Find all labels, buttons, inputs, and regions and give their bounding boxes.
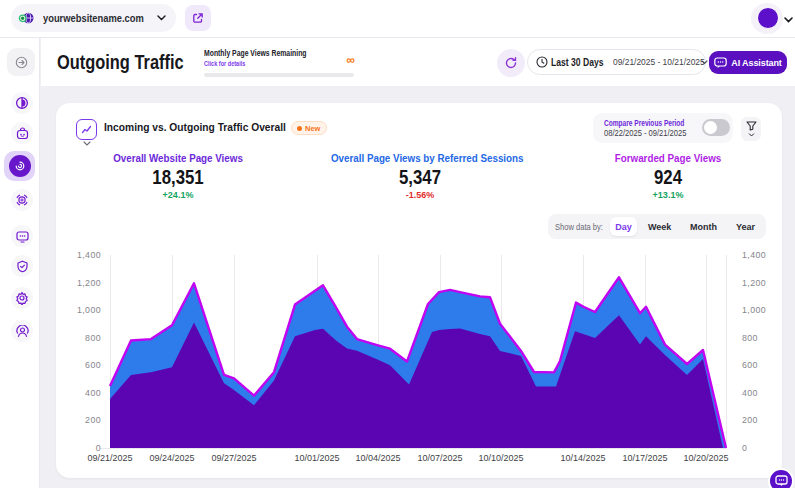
svg-text:1,400: 1,400 (77, 250, 101, 260)
svg-text:200: 200 (85, 415, 101, 425)
svg-text:600: 600 (742, 360, 758, 370)
svg-text:09/27/2025: 09/27/2025 (211, 453, 256, 463)
svg-text:400: 400 (742, 388, 758, 398)
svg-text:10/10/2025: 10/10/2025 (478, 453, 523, 463)
svg-text:1,400: 1,400 (742, 250, 766, 260)
svg-text:1,200: 1,200 (742, 278, 766, 288)
svg-text:09/21/2025: 09/21/2025 (87, 453, 132, 463)
svg-text:1,000: 1,000 (77, 305, 101, 315)
svg-text:10/01/2025: 10/01/2025 (294, 453, 339, 463)
svg-text:1,000: 1,000 (742, 305, 766, 315)
svg-text:10/14/2025: 10/14/2025 (560, 453, 605, 463)
svg-text:10/20/2025: 10/20/2025 (683, 453, 728, 463)
svg-text:400: 400 (85, 388, 101, 398)
svg-text:0: 0 (742, 443, 747, 453)
svg-text:10/04/2025: 10/04/2025 (355, 453, 400, 463)
svg-text:200: 200 (742, 415, 758, 425)
svg-text:800: 800 (742, 333, 758, 343)
svg-text:1,200: 1,200 (77, 278, 101, 288)
svg-text:600: 600 (85, 360, 101, 370)
svg-text:10/17/2025: 10/17/2025 (622, 453, 667, 463)
svg-text:09/24/2025: 09/24/2025 (149, 453, 194, 463)
svg-text:800: 800 (85, 333, 101, 343)
svg-text:10/07/2025: 10/07/2025 (417, 453, 462, 463)
svg-text:0: 0 (96, 443, 101, 453)
